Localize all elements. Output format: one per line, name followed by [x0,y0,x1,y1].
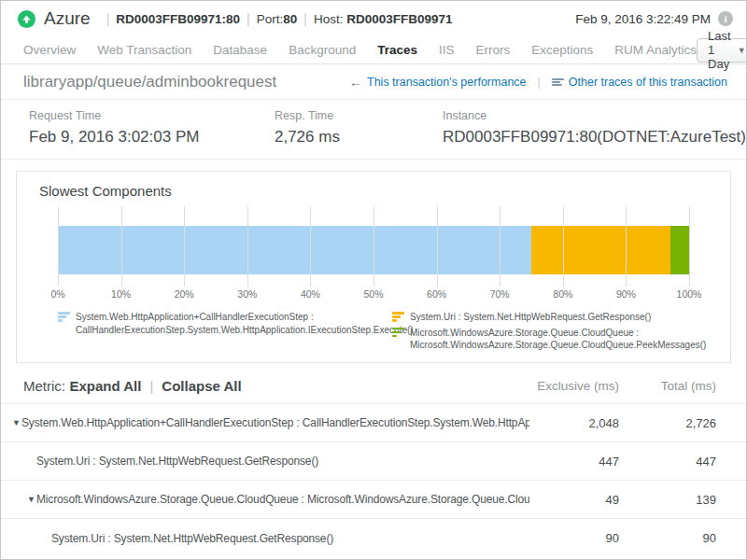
table-row[interactable]: ▼System.Web.HttpApplication+CallHandlerE… [1,404,746,442]
legend-item-3: Microsoft.WindowsAzure.Storage.Queue.Clo… [392,327,708,352]
instance-name: RD0003FFB09971:80 [116,12,240,26]
summary-label: Request Time [29,109,275,122]
summary-value: 2,726 ms [275,128,443,147]
app-header: Azure | RD0003FFB09971:80 | Port:80 | Ho… [1,1,746,36]
tab-iis[interactable]: IIS [439,43,455,57]
tick-label-70%: 70% [490,288,510,300]
info-icon[interactable]: i [718,11,733,26]
header-separator: | [303,11,307,26]
tick-label-10%: 10% [111,288,131,300]
legend-swatch-icon [392,328,404,352]
tick-label-50%: 50% [363,288,383,300]
summary-value: RD0003FFB09971:80(DOTNET:AzureTest) [443,128,746,147]
expand-all-link[interactable]: Expand All [69,378,141,394]
tab-exceptions[interactable]: Exceptions [531,43,593,57]
tab-rum-analytics[interactable]: RUM Analytics [614,43,697,57]
transaction-performance-link[interactable]: ← This transaction's performance [349,75,527,90]
nav-tabs: OverviewWeb TransactionDatabaseBackgroun… [23,43,697,57]
legend-item-label: System.Web.HttpApplication+CallHandlerEx… [76,311,414,336]
other-traces-link[interactable]: Other traces of this transaction [552,76,727,89]
back-arrow-icon: ← [349,75,362,90]
gridline-10% [121,206,122,287]
app-window: Azure | RD0003FFB09971:80 | Port:80 | Ho… [0,0,747,560]
legend-item-label: System.Uri : System.Net.HttpWebRequest.G… [410,311,651,324]
collapse-triangle-icon[interactable]: ▼ [27,495,36,504]
total-ms-value: 2,726 [619,416,716,430]
table-row[interactable]: System.Uri : System.Net.HttpWebRequest.G… [1,442,746,481]
host-value: RD0003FFB09971 [346,12,452,26]
tick-label-20%: 20% [175,288,194,300]
summary-field-resp-time: Resp. Time2,726 ms [275,109,443,159]
other-traces-label: Other traces of this transaction [569,76,727,89]
metric-separator: | [149,378,153,394]
time-range-label: Last 1 Day [708,29,731,71]
port-value: 80 [283,12,297,26]
bar-segment-3[interactable] [670,226,689,274]
total-ms-value: 139 [619,493,716,507]
header-separator: | [106,11,110,26]
exclusive-ms-value: 447 [529,455,619,469]
gridline-60% [437,206,438,287]
collapse-all-link[interactable]: Collapse All [162,378,241,394]
metric-name: System.Uri : System.Net.HttpWebRequest.G… [36,455,529,468]
tab-web-transaction[interactable]: Web Transaction [97,43,191,57]
port-info: Port:80 [257,12,298,26]
total-ms-value: 447 [619,455,716,469]
bar-segment-1[interactable] [58,226,531,274]
chart-x-axis: 0%10%20%30%40%50%60%70%80%90%100% [58,288,689,303]
host-label: Host: [314,12,344,26]
gridline-0% [58,206,59,287]
legend-swatch-icon [58,312,70,336]
health-status-icon [18,10,35,28]
summary-field-instance: InstanceRD0003FFB09971:80(DOTNET:AzureTe… [443,109,746,159]
transaction-title: libraryapp/queue/adminbookrequest [23,73,276,91]
tab-database[interactable]: Database [213,43,267,57]
tick-label-100%: 100% [677,288,702,300]
metric-name: Microsoft.WindowsAzure.Storage.Queue.Clo… [36,493,529,506]
tick-label-30%: 30% [237,288,257,300]
port-label: Port: [257,12,284,26]
exclusive-ms-value: 49 [529,493,619,507]
legend-column-left: System.Web.HttpApplication+CallHandlerEx… [58,311,392,352]
trace-list-icon [552,77,564,87]
tab-overview[interactable]: Overview [23,43,76,57]
gridline-80% [563,206,564,287]
metric-table-header: Metric: Expand All | Collapse All Exclus… [1,367,746,404]
tab-background[interactable]: Background [289,43,356,57]
metric-label: Metric: [23,378,65,394]
chevron-down-icon: ▼ [738,46,746,55]
summary-label: Instance [443,109,746,122]
gridline-100% [689,206,690,287]
time-range-dropdown[interactable]: Last 1 Day ▼ [697,38,747,63]
tick-label-60%: 60% [427,288,446,300]
transaction-header: libraryapp/queue/adminbookrequest ← This… [1,64,746,100]
app-name: Azure [44,8,91,29]
tab-traces[interactable]: Traces [377,43,417,57]
exclusive-ms-value: 2,048 [529,416,619,430]
total-ms-value: 90 [619,531,716,545]
table-row[interactable]: ▼Microsoft.WindowsAzure.Storage.Queue.Cl… [1,481,746,519]
gridline-70% [500,206,500,287]
chart-legend: System.Web.HttpApplication+CallHandlerEx… [39,311,708,352]
gridline-30% [247,206,248,287]
link-separator: | [538,76,541,89]
table-row[interactable]: System.Uri : System.Net.HttpWebRequest.G… [1,519,746,557]
gridline-40% [310,206,311,287]
legend-item-2: System.Uri : System.Net.HttpWebRequest.G… [392,311,708,324]
summary-field-request-time: Request TimeFeb 9, 2016 3:02:03 PM [29,109,275,159]
legend-item-label: Microsoft.WindowsAzure.Storage.Queue.Clo… [410,327,708,352]
summary-value: Feb 9, 2016 3:02:03 PM [29,128,275,147]
gridline-20% [184,206,185,287]
metric-table-rows: ▼System.Web.HttpApplication+CallHandlerE… [1,404,746,557]
tab-errors[interactable]: Errors [476,43,511,57]
current-timestamp: Feb 9, 2016 3:22:49 PM [575,12,711,26]
gridline-90% [626,206,627,287]
collapse-triangle-icon[interactable]: ▼ [12,418,21,427]
tick-label-40%: 40% [301,288,320,300]
header-separator: | [247,11,250,26]
summary-label: Resp. Time [275,109,443,122]
metric-name: System.Web.HttpApplication+CallHandlerEx… [21,416,529,429]
bar-segment-2[interactable] [531,226,670,274]
summary-band: Request TimeFeb 9, 2016 3:02:03 PMResp. … [1,100,746,160]
column-header-exclusive: Exclusive (ms) [529,379,619,393]
